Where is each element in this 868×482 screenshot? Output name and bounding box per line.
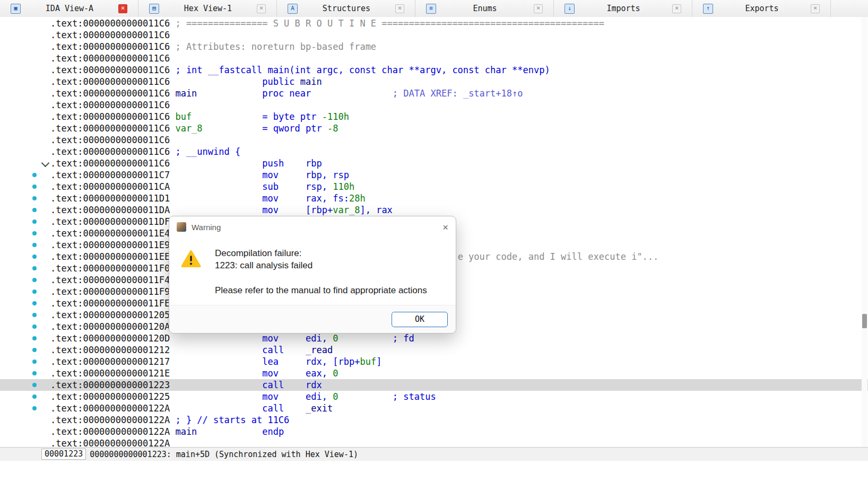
- disasm-line[interactable]: .text:00000000000011C6: [0, 99, 868, 111]
- tab-close-icon[interactable]: ×: [257, 4, 266, 13]
- breakpoint-dot[interactable]: [32, 208, 37, 212]
- dialog-close-icon[interactable]: ×: [442, 222, 448, 232]
- disasm-line[interactable]: .text:000000000000120D mov edi, 0 ; fd: [0, 332, 868, 344]
- disasm-text: .text:00000000000011C6 push rbp: [41, 157, 322, 169]
- disasm-line[interactable]: .text:000000000000122A: [0, 437, 868, 447]
- breakpoint-dot[interactable]: [32, 371, 37, 375]
- disasm-text: .text:00000000000011C6: [41, 29, 175, 41]
- disasm-text: .text:00000000000011C6: [41, 134, 175, 146]
- breakpoint-dot[interactable]: [32, 290, 37, 294]
- disasm-line[interactable]: .text:0000000000001212 call _read: [0, 344, 868, 356]
- dialog-title-bar[interactable]: Warning ×: [169, 216, 456, 238]
- disasm-line[interactable]: .text:000000000000122A main endp: [0, 426, 868, 437]
- disasm-text: .text:00000000000011C6: [41, 52, 175, 64]
- structures-icon: A: [288, 4, 298, 14]
- breakpoint-dot[interactable]: [32, 313, 37, 317]
- disasm-line[interactable]: .text:0000000000001223 call rdx: [0, 379, 868, 391]
- line-gutter: [0, 52, 41, 64]
- tab-close-icon[interactable]: ×: [118, 4, 127, 13]
- ida-app-icon: [177, 222, 186, 232]
- disasm-line[interactable]: .text:00000000000011C6 ; Attributes: nor…: [0, 41, 868, 52]
- line-gutter: [0, 122, 41, 134]
- line-gutter: [0, 157, 41, 169]
- disasm-text: .text:00000000000011E4: [41, 227, 175, 239]
- disasm-line[interactable]: .text:00000000000011C6 buf = byte ptr -1…: [0, 111, 868, 122]
- tab-structures[interactable]: AStructures×: [277, 0, 415, 17]
- breakpoint-dot[interactable]: [32, 196, 37, 200]
- breakpoint-dot[interactable]: [32, 406, 37, 410]
- breakpoint-dot[interactable]: [32, 185, 37, 189]
- tab-enums[interactable]: ≡Enums×: [415, 0, 554, 17]
- disasm-line[interactable]: .text:00000000000011C6 ; int __fastcall …: [0, 64, 868, 76]
- disasm-line[interactable]: .text:0000000000001217 lea rdx, [rbp+buf…: [0, 356, 868, 367]
- disasm-line[interactable]: .text:000000000000122A call _exit: [0, 402, 868, 414]
- warning-triangle-icon: [181, 250, 201, 270]
- tab-imports[interactable]: ↓Imports×: [554, 0, 692, 17]
- line-gutter: [0, 379, 41, 391]
- disasm-line[interactable]: .text:00000000000011C6: [0, 52, 868, 64]
- breakpoint-dot[interactable]: [32, 336, 37, 340]
- tab-close-icon[interactable]: ×: [534, 4, 543, 13]
- disasm-line[interactable]: .text:000000000000122A ; } // starts at …: [0, 414, 868, 426]
- disasm-text: .text:00000000000011C6 main proc near ; …: [41, 87, 523, 99]
- breakpoint-dot[interactable]: [32, 395, 37, 399]
- status-text: 0000000000001223: main+5D (Synchronized …: [90, 450, 358, 459]
- breakpoint-dot[interactable]: [32, 231, 37, 235]
- disasm-line[interactable]: .text:00000000000011C6: [0, 134, 868, 146]
- warning-dialog: Warning × Decompilation failure: 1223: c…: [169, 216, 456, 334]
- breakpoint-dot[interactable]: [32, 220, 37, 224]
- tab-ida-view-a[interactable]: ▣IDA View-A×: [0, 0, 138, 17]
- tab-label: Hex View-1: [159, 4, 257, 13]
- breakpoint-dot[interactable]: [32, 266, 37, 270]
- disasm-line[interactable]: .text:00000000000011DA mov [rbp+var_8], …: [0, 204, 868, 216]
- line-gutter: [0, 146, 41, 157]
- disasm-line[interactable]: .text:00000000000011C7 mov rbp, rsp: [0, 169, 868, 181]
- disasm-line[interactable]: .text:00000000000011CA sub rsp, 110h: [0, 181, 868, 192]
- breakpoint-dot[interactable]: [32, 325, 37, 329]
- line-gutter: [0, 41, 41, 52]
- breakpoint-dot[interactable]: [32, 173, 37, 177]
- line-gutter: [0, 216, 41, 227]
- tab-close-icon[interactable]: ×: [811, 4, 820, 13]
- breakpoint-dot[interactable]: [32, 383, 37, 387]
- disasm-text: .text:00000000000011C6 ; __unwind {: [41, 146, 240, 157]
- scrollbar-thumb[interactable]: [862, 314, 867, 328]
- disasm-text: .text:0000000000001217 lea rdx, [rbp+buf…: [41, 356, 381, 367]
- disasm-line[interactable]: .text:00000000000011C6 public main: [0, 76, 868, 87]
- disasm-line[interactable]: .text:00000000000011C6 ; ===============…: [0, 17, 868, 29]
- disasm-line[interactable]: .text:000000000000121E mov eax, 0: [0, 367, 868, 379]
- disasm-line[interactable]: .text:00000000000011C6 main proc near ; …: [0, 87, 868, 99]
- breakpoint-dot[interactable]: [32, 301, 37, 305]
- disasm-line[interactable]: .text:0000000000001225 mov edi, 0 ; stat…: [0, 391, 868, 402]
- status-bar: 00001223 0000000000001223: main+5D (Sync…: [0, 447, 868, 461]
- line-gutter: [0, 414, 41, 426]
- line-gutter: [0, 192, 41, 204]
- breakpoint-dot[interactable]: [32, 243, 37, 247]
- tab-hex-view-1[interactable]: ▤Hex View-1×: [138, 0, 277, 17]
- line-gutter: [0, 111, 41, 122]
- breakpoint-dot[interactable]: [32, 255, 37, 259]
- disasm-line[interactable]: .text:00000000000011D1 mov rax, fs:28h: [0, 192, 868, 204]
- breakpoint-dot[interactable]: [32, 360, 37, 364]
- line-gutter: [0, 297, 41, 309]
- vertical-scrollbar[interactable]: [862, 17, 867, 447]
- tab-close-icon[interactable]: ×: [672, 4, 681, 13]
- disasm-line[interactable]: .text:00000000000011C6 ; __unwind {: [0, 146, 868, 157]
- disasm-text: .text:00000000000011FE: [41, 297, 175, 309]
- line-gutter: [0, 239, 41, 251]
- line-gutter: [0, 262, 41, 274]
- line-gutter: [0, 64, 41, 76]
- ok-button[interactable]: OK: [392, 312, 448, 327]
- line-gutter: [0, 99, 41, 111]
- breakpoint-dot[interactable]: [32, 348, 37, 352]
- breakpoint-dot[interactable]: [32, 278, 37, 282]
- disasm-text: .text:00000000000011C7 mov rbp, rsp: [41, 169, 349, 181]
- line-gutter: [0, 309, 41, 321]
- disasm-text: .text:00000000000011C6: [41, 99, 175, 111]
- tab-exports[interactable]: ↑Exports×: [692, 0, 831, 17]
- tab-label: Exports: [713, 4, 811, 13]
- disasm-line[interactable]: .text:00000000000011C6 var_8 = qword ptr…: [0, 122, 868, 134]
- disasm-line[interactable]: .text:00000000000011C6 push rbp: [0, 157, 868, 169]
- disasm-line[interactable]: .text:00000000000011C6: [0, 29, 868, 41]
- tab-close-icon[interactable]: ×: [395, 4, 404, 13]
